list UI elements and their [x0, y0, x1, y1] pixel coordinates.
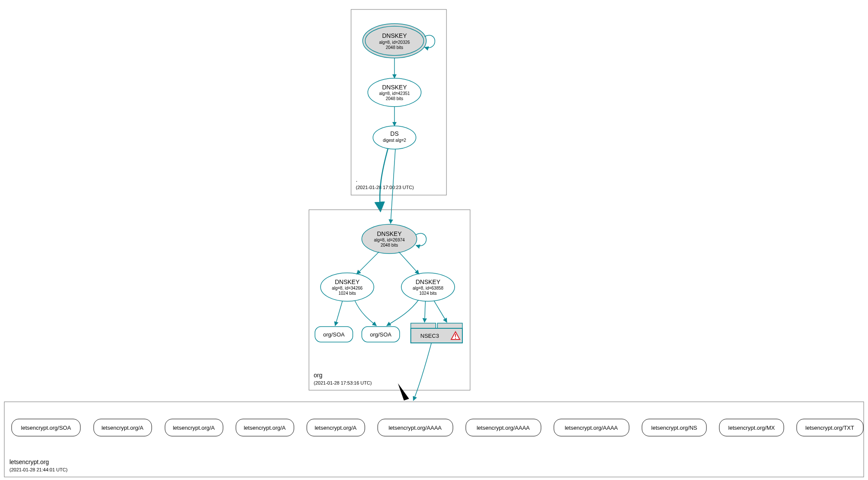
dnssec-graph: . (2021-01-28 17:00:23 UTC) DNSKEY alg=8… [0, 0, 868, 480]
svg-text:letsencrypt.org/A: letsencrypt.org/A [315, 425, 357, 431]
svg-text:letsencrypt.org/A: letsencrypt.org/A [101, 425, 144, 431]
svg-text:DNSKEY: DNSKEY [377, 230, 402, 237]
edge-zsk2-to-nsec3-a [425, 301, 425, 322]
svg-text:alg=8, id=42351: alg=8, id=42351 [379, 91, 410, 96]
zone-org-timestamp: (2021-01-28 17:53:16 UTC) [314, 380, 372, 385]
edge-zsk2-to-soa2 [387, 300, 419, 326]
svg-text:DNSKEY: DNSKEY [416, 278, 440, 285]
zone-root: . (2021-01-28 17:00:23 UTC) DNSKEY alg=8… [351, 9, 446, 195]
edge-org-to-letsencrypt-wedge [398, 383, 409, 401]
rr-txt: letsencrypt.org/TXT [797, 419, 863, 436]
edge-zsk2-to-nsec3-b [434, 301, 447, 322]
edge-zsk1-to-soa1 [335, 301, 342, 326]
svg-point-10 [373, 126, 416, 149]
svg-text:DNSKEY: DNSKEY [382, 32, 407, 39]
svg-text:letsencrypt.org/NS: letsencrypt.org/NS [651, 425, 697, 431]
svg-text:org/SOA: org/SOA [370, 331, 391, 338]
org-soa1-node: org/SOA [315, 327, 353, 342]
org-zsk1-node: DNSKEY alg=8, id=34266 1024 bits [321, 273, 374, 301]
svg-text:letsencrypt.org/AAAA: letsencrypt.org/AAAA [477, 425, 530, 431]
svg-text:letsencrypt.org/MX: letsencrypt.org/MX [728, 425, 775, 431]
svg-text:letsencrypt.org/SOA: letsencrypt.org/SOA [21, 425, 71, 431]
svg-rect-35 [455, 338, 456, 339]
root-zsk-node: DNSKEY alg=8, id=42351 2048 bits [368, 78, 421, 107]
svg-text:letsencrypt.org/AAAA: letsencrypt.org/AAAA [565, 425, 618, 431]
zone-root-timestamp: (2021-01-28 17:00:23 UTC) [356, 185, 414, 190]
org-nsec3-node: NSEC3 [411, 323, 462, 343]
rr-a-4: letsencrypt.org/A [307, 419, 365, 436]
rr-aaaa-3: letsencrypt.org/AAAA [554, 419, 629, 436]
zone-org: org (2021-01-28 17:53:16 UTC) DNSKEY alg… [309, 210, 470, 390]
svg-text:letsencrypt.org/TXT: letsencrypt.org/TXT [805, 425, 854, 431]
svg-text:2048 bits: 2048 bits [386, 45, 403, 50]
svg-rect-36 [4, 402, 864, 477]
org-zsk2-node: DNSKEY alg=8, id=63858 1024 bits [401, 273, 455, 301]
edge-root-to-org-zone [380, 148, 388, 209]
zone-org-name: org [314, 372, 322, 379]
zone-letsencrypt: letsencrypt.org (2021-01-28 21:44:01 UTC… [4, 402, 864, 477]
svg-text:digest alg=2: digest alg=2 [383, 138, 406, 143]
svg-rect-31 [437, 323, 462, 328]
svg-text:1024 bits: 1024 bits [339, 291, 356, 296]
edge-org-ksk-selfloop [416, 233, 426, 246]
svg-text:DNSKEY: DNSKEY [335, 278, 360, 285]
svg-text:org/SOA: org/SOA [323, 331, 345, 338]
root-ksk-node: DNSKEY alg=8, id=20326 2048 bits [363, 24, 426, 58]
svg-text:alg=8, id=20326: alg=8, id=20326 [379, 40, 410, 45]
svg-text:NSEC3: NSEC3 [420, 333, 439, 339]
svg-text:letsencrypt.org/A: letsencrypt.org/A [244, 425, 286, 431]
svg-rect-30 [411, 323, 436, 328]
edge-org-ksk-to-zsk1 [357, 252, 379, 274]
svg-text:DS: DS [390, 130, 398, 137]
svg-text:1024 bits: 1024 bits [419, 291, 437, 296]
rr-a-2: letsencrypt.org/A [165, 419, 223, 436]
rr-aaaa-1: letsencrypt.org/AAAA [378, 419, 453, 436]
rr-soa: letsencrypt.org/SOA [12, 419, 80, 436]
svg-text:alg=8, id=63858: alg=8, id=63858 [413, 286, 443, 290]
rr-mx: letsencrypt.org/MX [719, 419, 784, 436]
org-soa2-node: org/SOA [362, 327, 400, 342]
rr-aaaa-2: letsencrypt.org/AAAA [466, 419, 541, 436]
edge-nsec3-to-letsencrypt [413, 343, 431, 401]
zone-letsencrypt-timestamp: (2021-01-28 21:44:01 UTC) [9, 467, 67, 472]
svg-text:DNSKEY: DNSKEY [382, 84, 407, 91]
svg-text:letsencrypt.org/A: letsencrypt.org/A [173, 425, 215, 431]
svg-rect-34 [455, 334, 456, 337]
edge-zsk1-to-soa2 [355, 301, 376, 326]
zone-letsencrypt-name: letsencrypt.org [9, 459, 49, 465]
zone-root-name: . [356, 176, 358, 183]
org-ksk-node: DNSKEY alg=8, id=26974 2048 bits [362, 224, 417, 254]
rr-a-3: letsencrypt.org/A [236, 419, 294, 436]
svg-text:alg=8, id=26974: alg=8, id=26974 [374, 238, 405, 242]
rr-a-1: letsencrypt.org/A [94, 419, 152, 436]
svg-text:letsencrypt.org/AAAA: letsencrypt.org/AAAA [388, 425, 442, 431]
svg-text:2048 bits: 2048 bits [386, 96, 403, 101]
rr-ns: letsencrypt.org/NS [642, 419, 706, 436]
root-ds-node: DS digest alg=2 [373, 126, 416, 149]
edge-org-ksk-to-zsk2 [399, 252, 419, 274]
svg-text:2048 bits: 2048 bits [381, 243, 398, 248]
svg-text:alg=8, id=34266: alg=8, id=34266 [332, 286, 363, 290]
